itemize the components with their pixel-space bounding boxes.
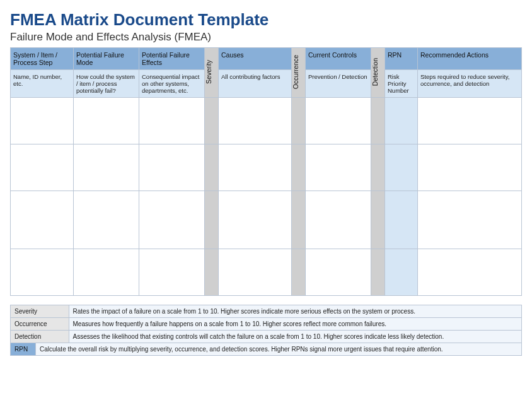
cell-mode[interactable] xyxy=(74,98,139,144)
cell-controls[interactable] xyxy=(306,144,371,191)
cell-severity[interactable] xyxy=(205,249,219,296)
cell-severity[interactable] xyxy=(205,191,219,249)
col-desc-rpn: Risk Priority Number xyxy=(385,70,418,98)
cell-system[interactable] xyxy=(11,191,74,249)
cell-controls[interactable] xyxy=(306,249,371,296)
cell-system[interactable] xyxy=(11,98,74,144)
cell-effects[interactable] xyxy=(139,191,205,249)
cell-occurrence[interactable] xyxy=(292,191,306,249)
header-row: System / Item / Process Step Potential F… xyxy=(11,48,522,70)
description-row: Name, ID number, etc. How could the syst… xyxy=(11,70,522,98)
cell-causes[interactable] xyxy=(219,98,292,144)
legend-row-occurrence: Occurrence Measures how frequently a fai… xyxy=(11,318,522,331)
col-header-rpn: RPN xyxy=(385,48,418,70)
cell-actions[interactable] xyxy=(418,191,522,249)
cell-actions[interactable] xyxy=(418,144,522,191)
page-title: FMEA Matrix Document Template xyxy=(10,10,522,30)
col-desc-effects: Consequential impact on other systems, d… xyxy=(139,70,205,98)
cell-detection[interactable] xyxy=(371,98,385,144)
cell-controls[interactable] xyxy=(306,98,371,144)
legend-text: Assesses the likelihood that existing co… xyxy=(69,331,521,343)
legend-row-rpn: RPN Calculate the overall risk by multip… xyxy=(11,343,522,356)
col-desc-controls: Prevention / Detection xyxy=(306,70,371,98)
col-header-mode: Potential Failure Mode xyxy=(74,48,139,70)
cell-occurrence[interactable] xyxy=(292,249,306,296)
legend-row-detection: Detection Assesses the likelihood that e… xyxy=(11,331,522,343)
cell-mode[interactable] xyxy=(74,144,139,191)
cell-detection[interactable] xyxy=(371,249,385,296)
cell-severity[interactable] xyxy=(205,98,219,144)
col-header-occurrence: Occurrence xyxy=(292,48,306,98)
cell-detection[interactable] xyxy=(371,144,385,191)
legend-row-severity: Severity Rates the impact of a failure o… xyxy=(11,305,522,318)
cell-severity[interactable] xyxy=(205,144,219,191)
col-header-detection: Detection xyxy=(371,48,385,98)
cell-actions[interactable] xyxy=(418,249,522,296)
col-header-causes: Causes xyxy=(219,48,292,70)
cell-detection[interactable] xyxy=(371,191,385,249)
table-row xyxy=(11,191,522,249)
table-row xyxy=(11,98,522,144)
legend-key: Occurrence xyxy=(11,318,69,331)
cell-effects[interactable] xyxy=(139,249,205,296)
cell-causes[interactable] xyxy=(219,249,292,296)
cell-rpn[interactable] xyxy=(385,144,418,191)
cell-mode[interactable] xyxy=(74,249,139,296)
legend-key: RPN xyxy=(11,343,36,356)
table-row xyxy=(11,144,522,191)
col-header-system: System / Item / Process Step xyxy=(11,48,74,70)
col-desc-mode: How could the system / item / process po… xyxy=(74,70,139,98)
col-header-severity: Severity xyxy=(205,48,219,98)
cell-controls[interactable] xyxy=(306,191,371,249)
cell-actions[interactable] xyxy=(418,98,522,144)
cell-rpn[interactable] xyxy=(385,249,418,296)
cell-mode[interactable] xyxy=(74,191,139,249)
col-desc-system: Name, ID number, etc. xyxy=(11,70,74,98)
col-desc-actions: Steps required to reduce severity, occur… xyxy=(418,70,522,98)
table-row xyxy=(11,249,522,296)
cell-effects[interactable] xyxy=(139,98,205,144)
cell-system[interactable] xyxy=(11,144,74,191)
legend-text: Calculate the overall risk by multiplyin… xyxy=(36,343,522,356)
cell-occurrence[interactable] xyxy=(292,98,306,144)
fmea-matrix-table: System / Item / Process Step Potential F… xyxy=(10,47,522,296)
col-header-actions: Recommended Actions xyxy=(418,48,522,70)
legend-text: Rates the impact of a failure on a scale… xyxy=(69,305,521,318)
col-header-effects: Potential Failure Effects xyxy=(139,48,205,70)
legend-key: Severity xyxy=(11,305,69,318)
cell-causes[interactable] xyxy=(219,191,292,249)
col-header-controls: Current Controls xyxy=(306,48,371,70)
legend-key: Detection xyxy=(11,331,69,343)
cell-system[interactable] xyxy=(11,249,74,296)
legend-table: Severity Rates the impact of a failure o… xyxy=(10,305,522,356)
legend-text: Measures how frequently a failure happen… xyxy=(69,318,521,331)
cell-rpn[interactable] xyxy=(385,98,418,144)
cell-effects[interactable] xyxy=(139,144,205,191)
page-subtitle: Failure Mode and Effects Analysis (FMEA) xyxy=(10,31,522,44)
cell-rpn[interactable] xyxy=(385,191,418,249)
col-desc-causes: All contributing factors xyxy=(219,70,292,98)
cell-occurrence[interactable] xyxy=(292,144,306,191)
cell-causes[interactable] xyxy=(219,144,292,191)
